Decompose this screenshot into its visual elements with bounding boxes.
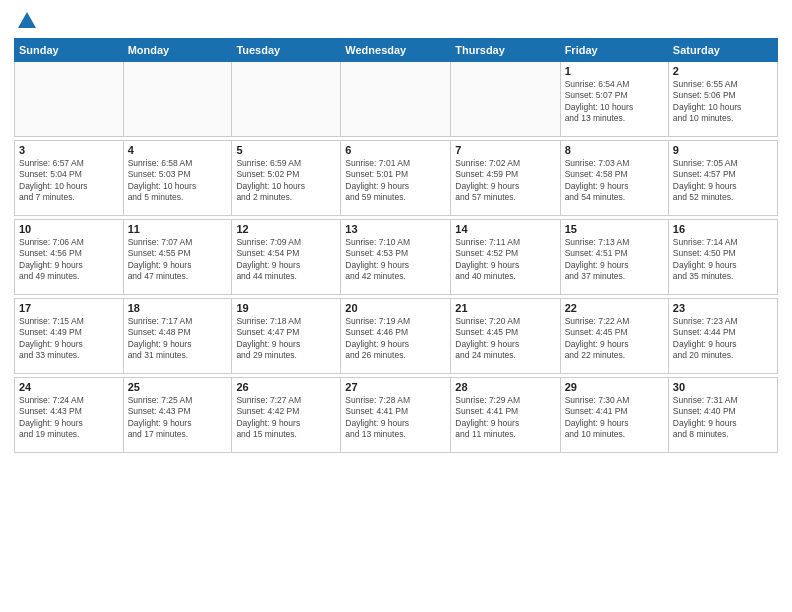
calendar-week-0: 1Sunrise: 6:54 AMSunset: 5:07 PMDaylight… (15, 62, 778, 137)
day-info: Sunrise: 7:13 AMSunset: 4:51 PMDaylight:… (565, 237, 664, 283)
svg-marker-0 (18, 12, 36, 28)
day-info: Sunrise: 7:31 AMSunset: 4:40 PMDaylight:… (673, 395, 773, 441)
day-info: Sunrise: 6:57 AMSunset: 5:04 PMDaylight:… (19, 158, 119, 204)
day-number: 17 (19, 302, 119, 314)
logo-icon (16, 10, 38, 32)
calendar-cell: 30Sunrise: 7:31 AMSunset: 4:40 PMDayligh… (668, 378, 777, 453)
day-info: Sunrise: 7:28 AMSunset: 4:41 PMDaylight:… (345, 395, 446, 441)
calendar-week-1: 3Sunrise: 6:57 AMSunset: 5:04 PMDaylight… (15, 141, 778, 216)
calendar-header-tuesday: Tuesday (232, 39, 341, 62)
calendar-header-friday: Friday (560, 39, 668, 62)
calendar-cell: 4Sunrise: 6:58 AMSunset: 5:03 PMDaylight… (123, 141, 232, 216)
calendar-cell: 3Sunrise: 6:57 AMSunset: 5:04 PMDaylight… (15, 141, 124, 216)
calendar-header-wednesday: Wednesday (341, 39, 451, 62)
calendar-cell: 29Sunrise: 7:30 AMSunset: 4:41 PMDayligh… (560, 378, 668, 453)
day-number: 22 (565, 302, 664, 314)
calendar-cell (123, 62, 232, 137)
day-number: 3 (19, 144, 119, 156)
day-info: Sunrise: 7:27 AMSunset: 4:42 PMDaylight:… (236, 395, 336, 441)
calendar-cell: 5Sunrise: 6:59 AMSunset: 5:02 PMDaylight… (232, 141, 341, 216)
calendar-week-3: 17Sunrise: 7:15 AMSunset: 4:49 PMDayligh… (15, 299, 778, 374)
day-info: Sunrise: 7:09 AMSunset: 4:54 PMDaylight:… (236, 237, 336, 283)
day-number: 2 (673, 65, 773, 77)
day-number: 30 (673, 381, 773, 393)
calendar-cell: 23Sunrise: 7:23 AMSunset: 4:44 PMDayligh… (668, 299, 777, 374)
calendar-header-monday: Monday (123, 39, 232, 62)
day-number: 15 (565, 223, 664, 235)
calendar-header-thursday: Thursday (451, 39, 560, 62)
day-info: Sunrise: 6:58 AMSunset: 5:03 PMDaylight:… (128, 158, 228, 204)
calendar-cell: 15Sunrise: 7:13 AMSunset: 4:51 PMDayligh… (560, 220, 668, 295)
day-info: Sunrise: 7:07 AMSunset: 4:55 PMDaylight:… (128, 237, 228, 283)
day-number: 29 (565, 381, 664, 393)
day-number: 7 (455, 144, 555, 156)
calendar-cell: 26Sunrise: 7:27 AMSunset: 4:42 PMDayligh… (232, 378, 341, 453)
day-info: Sunrise: 7:22 AMSunset: 4:45 PMDaylight:… (565, 316, 664, 362)
calendar-cell: 16Sunrise: 7:14 AMSunset: 4:50 PMDayligh… (668, 220, 777, 295)
day-info: Sunrise: 7:14 AMSunset: 4:50 PMDaylight:… (673, 237, 773, 283)
day-info: Sunrise: 7:03 AMSunset: 4:58 PMDaylight:… (565, 158, 664, 204)
calendar-cell: 9Sunrise: 7:05 AMSunset: 4:57 PMDaylight… (668, 141, 777, 216)
calendar-cell: 24Sunrise: 7:24 AMSunset: 4:43 PMDayligh… (15, 378, 124, 453)
day-number: 11 (128, 223, 228, 235)
header (14, 10, 778, 32)
day-number: 6 (345, 144, 446, 156)
calendar-cell: 11Sunrise: 7:07 AMSunset: 4:55 PMDayligh… (123, 220, 232, 295)
day-info: Sunrise: 7:25 AMSunset: 4:43 PMDaylight:… (128, 395, 228, 441)
day-info: Sunrise: 6:59 AMSunset: 5:02 PMDaylight:… (236, 158, 336, 204)
day-number: 13 (345, 223, 446, 235)
calendar-cell: 7Sunrise: 7:02 AMSunset: 4:59 PMDaylight… (451, 141, 560, 216)
day-number: 16 (673, 223, 773, 235)
day-number: 9 (673, 144, 773, 156)
calendar-cell: 2Sunrise: 6:55 AMSunset: 5:06 PMDaylight… (668, 62, 777, 137)
calendar: SundayMondayTuesdayWednesdayThursdayFrid… (14, 38, 778, 453)
day-info: Sunrise: 6:55 AMSunset: 5:06 PMDaylight:… (673, 79, 773, 125)
calendar-week-2: 10Sunrise: 7:06 AMSunset: 4:56 PMDayligh… (15, 220, 778, 295)
day-number: 1 (565, 65, 664, 77)
logo (14, 10, 38, 32)
calendar-cell: 18Sunrise: 7:17 AMSunset: 4:48 PMDayligh… (123, 299, 232, 374)
calendar-cell (341, 62, 451, 137)
day-number: 5 (236, 144, 336, 156)
calendar-cell: 21Sunrise: 7:20 AMSunset: 4:45 PMDayligh… (451, 299, 560, 374)
day-number: 10 (19, 223, 119, 235)
day-number: 27 (345, 381, 446, 393)
day-info: Sunrise: 7:06 AMSunset: 4:56 PMDaylight:… (19, 237, 119, 283)
day-number: 18 (128, 302, 228, 314)
day-info: Sunrise: 7:30 AMSunset: 4:41 PMDaylight:… (565, 395, 664, 441)
day-number: 8 (565, 144, 664, 156)
calendar-week-4: 24Sunrise: 7:24 AMSunset: 4:43 PMDayligh… (15, 378, 778, 453)
day-number: 4 (128, 144, 228, 156)
day-info: Sunrise: 7:18 AMSunset: 4:47 PMDaylight:… (236, 316, 336, 362)
calendar-cell: 25Sunrise: 7:25 AMSunset: 4:43 PMDayligh… (123, 378, 232, 453)
calendar-cell: 14Sunrise: 7:11 AMSunset: 4:52 PMDayligh… (451, 220, 560, 295)
day-info: Sunrise: 7:24 AMSunset: 4:43 PMDaylight:… (19, 395, 119, 441)
calendar-cell: 27Sunrise: 7:28 AMSunset: 4:41 PMDayligh… (341, 378, 451, 453)
day-number: 26 (236, 381, 336, 393)
day-info: Sunrise: 7:20 AMSunset: 4:45 PMDaylight:… (455, 316, 555, 362)
day-info: Sunrise: 7:05 AMSunset: 4:57 PMDaylight:… (673, 158, 773, 204)
calendar-header-saturday: Saturday (668, 39, 777, 62)
day-number: 12 (236, 223, 336, 235)
day-info: Sunrise: 7:02 AMSunset: 4:59 PMDaylight:… (455, 158, 555, 204)
day-number: 25 (128, 381, 228, 393)
day-info: Sunrise: 7:15 AMSunset: 4:49 PMDaylight:… (19, 316, 119, 362)
day-info: Sunrise: 6:54 AMSunset: 5:07 PMDaylight:… (565, 79, 664, 125)
calendar-header-sunday: Sunday (15, 39, 124, 62)
calendar-header-row: SundayMondayTuesdayWednesdayThursdayFrid… (15, 39, 778, 62)
day-number: 19 (236, 302, 336, 314)
calendar-cell: 13Sunrise: 7:10 AMSunset: 4:53 PMDayligh… (341, 220, 451, 295)
day-info: Sunrise: 7:11 AMSunset: 4:52 PMDaylight:… (455, 237, 555, 283)
day-number: 21 (455, 302, 555, 314)
day-info: Sunrise: 7:17 AMSunset: 4:48 PMDaylight:… (128, 316, 228, 362)
day-number: 23 (673, 302, 773, 314)
calendar-cell: 8Sunrise: 7:03 AMSunset: 4:58 PMDaylight… (560, 141, 668, 216)
day-info: Sunrise: 7:01 AMSunset: 5:01 PMDaylight:… (345, 158, 446, 204)
calendar-cell (15, 62, 124, 137)
day-info: Sunrise: 7:19 AMSunset: 4:46 PMDaylight:… (345, 316, 446, 362)
day-number: 20 (345, 302, 446, 314)
calendar-cell: 1Sunrise: 6:54 AMSunset: 5:07 PMDaylight… (560, 62, 668, 137)
calendar-cell: 12Sunrise: 7:09 AMSunset: 4:54 PMDayligh… (232, 220, 341, 295)
calendar-cell: 10Sunrise: 7:06 AMSunset: 4:56 PMDayligh… (15, 220, 124, 295)
day-info: Sunrise: 7:23 AMSunset: 4:44 PMDaylight:… (673, 316, 773, 362)
